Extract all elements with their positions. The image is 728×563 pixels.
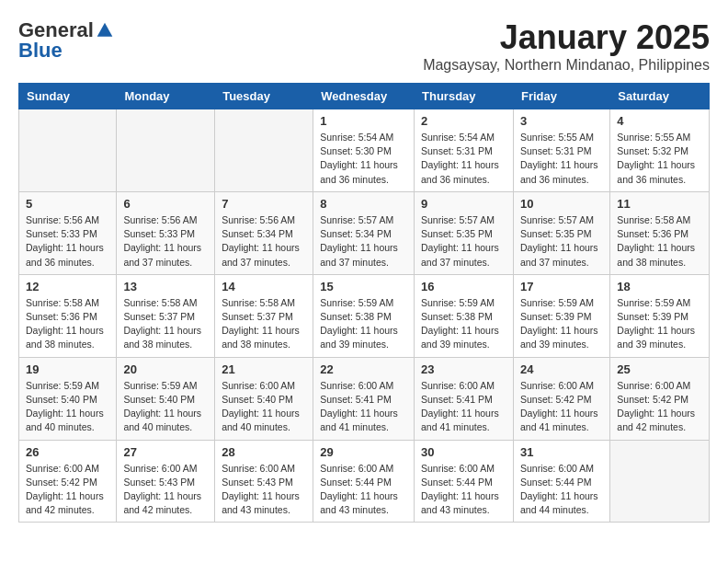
calendar-cell [610, 440, 710, 523]
day-info: Sunrise: 5:59 AM Sunset: 5:39 PM Dayligh… [617, 296, 702, 352]
day-number: 6 [123, 197, 208, 211]
day-number: 5 [26, 197, 109, 211]
calendar-cell [215, 109, 313, 192]
day-number: 3 [520, 114, 603, 128]
day-info: Sunrise: 5:59 AM Sunset: 5:40 PM Dayligh… [123, 379, 208, 435]
logo-icon [96, 21, 114, 40]
calendar-cell: 31Sunrise: 6:00 AM Sunset: 5:44 PM Dayli… [513, 440, 609, 523]
calendar-cell: 24Sunrise: 6:00 AM Sunset: 5:42 PM Dayli… [513, 357, 609, 440]
day-info: Sunrise: 5:59 AM Sunset: 5:40 PM Dayligh… [26, 379, 109, 435]
calendar-cell: 23Sunrise: 6:00 AM Sunset: 5:41 PM Dayli… [415, 357, 514, 440]
day-info: Sunrise: 5:58 AM Sunset: 5:36 PM Dayligh… [617, 213, 702, 270]
calendar-cell: 6Sunrise: 5:56 AM Sunset: 5:33 PM Daylig… [117, 191, 215, 274]
day-number: 9 [421, 197, 506, 211]
day-number: 16 [421, 280, 506, 293]
calendar-cell: 26Sunrise: 6:00 AM Sunset: 5:42 PM Dayli… [19, 440, 117, 523]
day-number: 4 [617, 114, 702, 128]
calendar-week-row: 19Sunrise: 5:59 AM Sunset: 5:40 PM Dayli… [19, 357, 710, 440]
day-number: 28 [222, 445, 306, 459]
calendar-cell: 18Sunrise: 5:59 AM Sunset: 5:39 PM Dayli… [610, 274, 710, 357]
calendar-cell: 4Sunrise: 5:55 AM Sunset: 5:32 PM Daylig… [610, 109, 710, 192]
day-number: 1 [320, 114, 407, 128]
day-info: Sunrise: 6:00 AM Sunset: 5:42 PM Dayligh… [26, 462, 109, 518]
day-number: 18 [617, 280, 702, 293]
calendar-cell: 10Sunrise: 5:57 AM Sunset: 5:35 PM Dayli… [513, 191, 609, 274]
weekday-header-thursday: Thursday [415, 84, 514, 109]
calendar-cell: 22Sunrise: 6:00 AM Sunset: 5:41 PM Dayli… [313, 357, 415, 440]
calendar-cell: 25Sunrise: 6:00 AM Sunset: 5:42 PM Dayli… [610, 357, 710, 440]
day-number: 22 [320, 362, 407, 376]
day-number: 8 [320, 197, 407, 211]
day-info: Sunrise: 6:00 AM Sunset: 5:44 PM Dayligh… [520, 462, 603, 518]
day-number: 13 [123, 280, 208, 293]
day-number: 25 [617, 362, 702, 376]
day-number: 26 [26, 445, 109, 459]
day-number: 23 [421, 362, 506, 376]
calendar-cell: 27Sunrise: 6:00 AM Sunset: 5:43 PM Dayli… [117, 440, 215, 523]
page-header: General Blue January 2025 Magsaysay, Nor… [18, 18, 710, 74]
day-number: 17 [520, 280, 603, 293]
day-number: 19 [26, 362, 109, 376]
day-info: Sunrise: 6:00 AM Sunset: 5:43 PM Dayligh… [222, 462, 306, 518]
day-info: Sunrise: 6:00 AM Sunset: 5:42 PM Dayligh… [617, 379, 702, 435]
calendar-week-row: 12Sunrise: 5:58 AM Sunset: 5:36 PM Dayli… [19, 274, 710, 357]
calendar-table: SundayMondayTuesdayWednesdayThursdayFrid… [18, 83, 710, 523]
calendar-cell: 5Sunrise: 5:56 AM Sunset: 5:33 PM Daylig… [19, 191, 117, 274]
weekday-header-row: SundayMondayTuesdayWednesdayThursdayFrid… [19, 84, 710, 109]
day-info: Sunrise: 5:56 AM Sunset: 5:33 PM Dayligh… [123, 213, 208, 270]
calendar-cell: 2Sunrise: 5:54 AM Sunset: 5:31 PM Daylig… [415, 109, 514, 192]
calendar-cell: 29Sunrise: 6:00 AM Sunset: 5:44 PM Dayli… [313, 440, 415, 523]
calendar-cell: 20Sunrise: 5:59 AM Sunset: 5:40 PM Dayli… [117, 357, 215, 440]
calendar-week-row: 5Sunrise: 5:56 AM Sunset: 5:33 PM Daylig… [19, 191, 710, 274]
day-info: Sunrise: 6:00 AM Sunset: 5:43 PM Dayligh… [123, 462, 208, 518]
day-info: Sunrise: 5:56 AM Sunset: 5:34 PM Dayligh… [222, 213, 306, 270]
day-info: Sunrise: 6:00 AM Sunset: 5:40 PM Dayligh… [222, 379, 306, 435]
calendar-cell: 13Sunrise: 5:58 AM Sunset: 5:37 PM Dayli… [117, 274, 215, 357]
day-info: Sunrise: 5:58 AM Sunset: 5:36 PM Dayligh… [26, 296, 109, 352]
day-number: 7 [222, 197, 306, 211]
calendar-cell: 1Sunrise: 5:54 AM Sunset: 5:30 PM Daylig… [313, 109, 415, 192]
calendar-cell: 12Sunrise: 5:58 AM Sunset: 5:36 PM Dayli… [19, 274, 117, 357]
day-number: 10 [520, 197, 603, 211]
calendar-cell [117, 109, 215, 192]
calendar-week-row: 1Sunrise: 5:54 AM Sunset: 5:30 PM Daylig… [19, 109, 710, 192]
day-number: 24 [520, 362, 603, 376]
day-number: 14 [222, 280, 306, 293]
day-info: Sunrise: 5:57 AM Sunset: 5:35 PM Dayligh… [520, 213, 603, 270]
weekday-header-tuesday: Tuesday [215, 84, 313, 109]
day-info: Sunrise: 5:56 AM Sunset: 5:33 PM Dayligh… [26, 213, 109, 270]
calendar-cell: 9Sunrise: 5:57 AM Sunset: 5:35 PM Daylig… [415, 191, 514, 274]
weekday-header-monday: Monday [117, 84, 215, 109]
day-info: Sunrise: 6:00 AM Sunset: 5:41 PM Dayligh… [320, 379, 407, 435]
calendar-cell: 16Sunrise: 5:59 AM Sunset: 5:38 PM Dayli… [415, 274, 514, 357]
day-info: Sunrise: 5:54 AM Sunset: 5:31 PM Dayligh… [421, 131, 506, 187]
weekday-header-friday: Friday [513, 84, 609, 109]
day-info: Sunrise: 5:57 AM Sunset: 5:35 PM Dayligh… [421, 213, 506, 270]
calendar-cell: 19Sunrise: 5:59 AM Sunset: 5:40 PM Dayli… [19, 357, 117, 440]
day-info: Sunrise: 5:57 AM Sunset: 5:34 PM Dayligh… [320, 213, 407, 270]
logo: General Blue [18, 18, 114, 63]
day-info: Sunrise: 5:59 AM Sunset: 5:38 PM Dayligh… [320, 296, 407, 352]
calendar-cell: 30Sunrise: 6:00 AM Sunset: 5:44 PM Dayli… [415, 440, 514, 523]
calendar-cell: 17Sunrise: 5:59 AM Sunset: 5:39 PM Dayli… [513, 274, 609, 357]
day-info: Sunrise: 6:00 AM Sunset: 5:41 PM Dayligh… [421, 379, 506, 435]
day-number: 30 [421, 445, 506, 459]
day-info: Sunrise: 5:58 AM Sunset: 5:37 PM Dayligh… [222, 296, 306, 352]
day-number: 29 [320, 445, 407, 459]
title-block: January 2025 Magsaysay, Northern Mindana… [423, 18, 710, 74]
day-info: Sunrise: 5:55 AM Sunset: 5:32 PM Dayligh… [617, 131, 702, 187]
day-info: Sunrise: 6:00 AM Sunset: 5:44 PM Dayligh… [320, 462, 407, 518]
day-info: Sunrise: 6:00 AM Sunset: 5:42 PM Dayligh… [520, 379, 603, 435]
location-subtitle: Magsaysay, Northern Mindanao, Philippine… [423, 57, 710, 74]
weekday-header-sunday: Sunday [19, 84, 117, 109]
calendar-cell: 11Sunrise: 5:58 AM Sunset: 5:36 PM Dayli… [610, 191, 710, 274]
calendar-cell [19, 109, 117, 192]
calendar-week-row: 26Sunrise: 6:00 AM Sunset: 5:42 PM Dayli… [19, 440, 710, 523]
calendar-cell: 28Sunrise: 6:00 AM Sunset: 5:43 PM Dayli… [215, 440, 313, 523]
weekday-header-wednesday: Wednesday [313, 84, 415, 109]
logo-blue-text: Blue [18, 39, 63, 63]
day-info: Sunrise: 5:55 AM Sunset: 5:31 PM Dayligh… [520, 131, 603, 187]
day-number: 12 [26, 280, 109, 293]
day-info: Sunrise: 5:54 AM Sunset: 5:30 PM Dayligh… [320, 131, 407, 187]
svg-marker-0 [97, 23, 113, 37]
